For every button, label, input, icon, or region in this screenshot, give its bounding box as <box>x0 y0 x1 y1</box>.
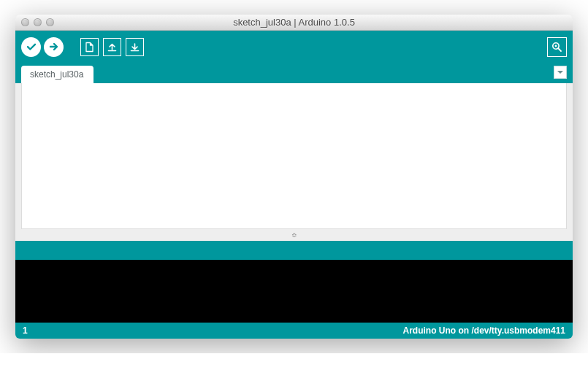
console-output <box>15 260 573 323</box>
minimize-window-button[interactable] <box>34 18 42 26</box>
arrow-right-icon <box>48 41 60 53</box>
serial-monitor-button[interactable] <box>547 37 567 57</box>
new-sketch-button[interactable] <box>80 37 99 57</box>
window-controls <box>21 18 54 26</box>
code-editor[interactable] <box>21 83 567 229</box>
line-number: 1 <box>23 326 28 336</box>
arrow-up-open-icon <box>107 42 118 53</box>
svg-point-1 <box>555 45 557 47</box>
chevron-down-icon <box>557 69 564 76</box>
verify-button[interactable] <box>21 37 41 57</box>
window-title: sketch_jul30a | Arduino 1.0.5 <box>15 17 573 28</box>
magnifier-icon <box>551 41 563 53</box>
tab-bar: sketch_jul30a <box>15 63 573 83</box>
app-window: sketch_jul30a | Arduino 1.0.5 <box>15 15 573 339</box>
upload-button[interactable] <box>44 37 64 57</box>
save-sketch-button[interactable] <box>125 37 145 57</box>
editor-container <box>15 83 573 232</box>
arrow-down-save-icon <box>129 42 140 53</box>
sketch-tab[interactable]: sketch_jul30a <box>21 66 93 83</box>
tab-menu-button[interactable] <box>554 66 567 79</box>
titlebar: sketch_jul30a | Arduino 1.0.5 <box>15 15 573 31</box>
open-sketch-button[interactable] <box>102 37 122 57</box>
board-port-status: Arduino Uno on /dev/tty.usbmodem411 <box>403 326 565 336</box>
sketch-tab-label: sketch_jul30a <box>30 69 83 80</box>
toolbar <box>15 31 573 63</box>
file-icon <box>84 42 95 53</box>
close-window-button[interactable] <box>21 18 29 26</box>
check-icon <box>26 41 37 53</box>
resize-handle[interactable]: ≎ <box>15 232 573 241</box>
status-bar <box>15 241 573 260</box>
zoom-window-button[interactable] <box>46 18 54 26</box>
footer-bar: 1 Arduino Uno on /dev/tty.usbmodem411 <box>15 323 573 339</box>
